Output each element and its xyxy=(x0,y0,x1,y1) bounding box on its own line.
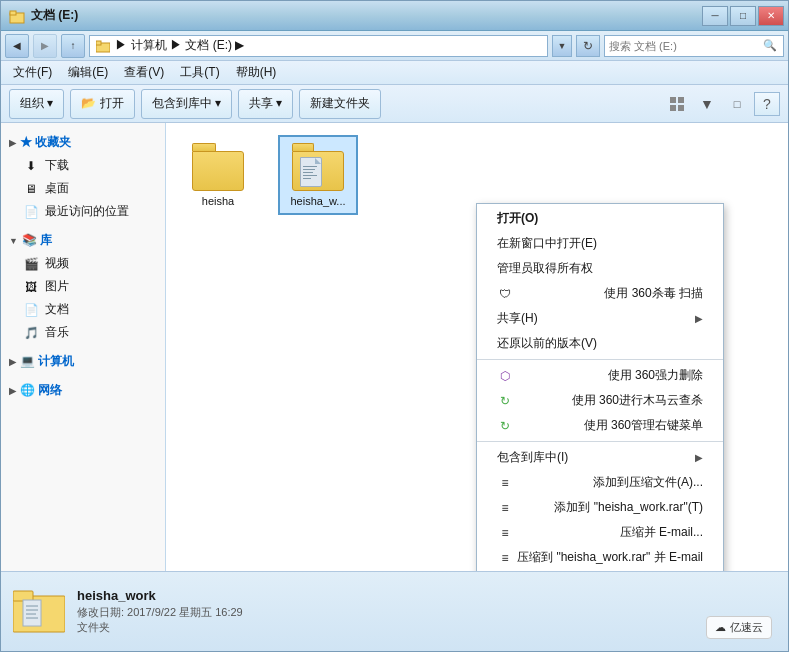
ctx-open-new-window[interactable]: 在新窗口中打开(E) xyxy=(477,231,723,256)
right-menu-icon: ↻ xyxy=(497,418,513,434)
refresh-button[interactable]: ↻ xyxy=(576,35,600,57)
library-header[interactable]: ▼ 📚 库 xyxy=(1,229,165,252)
menu-file[interactable]: 文件(F) xyxy=(5,62,60,84)
search-button[interactable]: 🔍 xyxy=(761,37,779,55)
ctx-right-menu-360[interactable]: ↻ 使用 360管理右键菜单 xyxy=(477,413,723,438)
search-box: 🔍 xyxy=(604,35,784,57)
sidebar-item-picture[interactable]: 🖼 图片 xyxy=(1,275,165,298)
computer-section: ▶ 💻 计算机 xyxy=(1,350,165,373)
ctx-open[interactable]: 打开(O) xyxy=(477,206,723,231)
status-name: heisha_work xyxy=(77,588,776,603)
ctx-separator-1 xyxy=(477,359,723,360)
status-detail: 修改日期: 2017/9/22 星期五 16:29 xyxy=(77,605,776,620)
menu-help[interactable]: 帮助(H) xyxy=(228,62,285,84)
minimize-button[interactable]: ─ xyxy=(702,6,728,26)
ctx-admin-access[interactable]: 管理员取得所有权 xyxy=(477,256,723,281)
favorites-label: ★ 收藏夹 xyxy=(20,134,71,151)
ctx-scan-360[interactable]: 🛡 使用 360杀毒 扫描 xyxy=(477,281,723,306)
desktop-icon: 🖥 xyxy=(23,181,39,197)
share-button[interactable]: 共享 ▾ xyxy=(238,89,293,119)
force-delete-icon: ⬡ xyxy=(497,368,513,384)
toolbar-right: ▼ □ ? xyxy=(664,92,780,116)
recent-icon: 📄 xyxy=(23,204,39,220)
svg-rect-5 xyxy=(678,97,684,103)
ctx-add-compress-label: 添加到压缩文件(A)... xyxy=(593,474,703,491)
ctx-open-content: 打开(O) xyxy=(497,210,538,227)
ctx-share[interactable]: 共享(H) ▶ xyxy=(477,306,723,331)
window-title: 文档 (E:) xyxy=(31,7,78,24)
ctx-trojan-360[interactable]: ↻ 使用 360进行木马云查杀 xyxy=(477,388,723,413)
view-dropdown-button[interactable]: ▼ xyxy=(694,92,720,116)
ctx-include-lib-label: 包含到库中(I) xyxy=(497,449,568,466)
sidebar-label-download: 下载 xyxy=(45,157,69,174)
network-label: 🌐 网络 xyxy=(20,382,62,399)
sidebar-item-desktop[interactable]: 🖥 桌面 xyxy=(1,177,165,200)
main-area: ▶ ★ 收藏夹 ⬇ 下载 🖥 桌面 📄 最近访问的位置 ▼ xyxy=(1,123,788,571)
picture-icon: 🖼 xyxy=(23,279,39,295)
menu-edit[interactable]: 编辑(E) xyxy=(60,62,116,84)
ctx-add-rar[interactable]: ≡ 添加到 "heisha_work.rar"(T) xyxy=(477,495,723,520)
address-bar: ◀ ▶ ↑ ▶ 计算机 ▶ 文档 (E:) ▶ ▼ ↻ 🔍 xyxy=(1,31,788,61)
svg-rect-4 xyxy=(670,97,676,103)
back-button[interactable]: ◀ xyxy=(5,34,29,58)
sidebar-item-download[interactable]: ⬇ 下载 xyxy=(1,154,165,177)
window-icon xyxy=(9,8,25,24)
sidebar-item-document[interactable]: 📄 文档 xyxy=(1,298,165,321)
status-info: heisha_work 修改日期: 2017/9/22 星期五 16:29 文件… xyxy=(77,588,776,635)
compress-icon-2: ≡ xyxy=(497,500,513,516)
sidebar-label-desktop: 桌面 xyxy=(45,180,69,197)
compress-icon-4: ≡ xyxy=(497,550,513,566)
ctx-admin-content: 管理员取得所有权 xyxy=(497,260,593,277)
close-button[interactable]: ✕ xyxy=(758,6,784,26)
ctx-compress-rar-email[interactable]: ≡ 压缩到 "heisha_work.rar" 并 E-mail xyxy=(477,545,723,570)
ctx-include-lib-arrow: ▶ xyxy=(695,452,703,463)
sidebar-label-recent: 最近访问的位置 xyxy=(45,203,129,220)
favorites-section: ▶ ★ 收藏夹 ⬇ 下载 🖥 桌面 📄 最近访问的位置 xyxy=(1,131,165,223)
sidebar-item-music[interactable]: 🎵 音乐 xyxy=(1,321,165,344)
ctx-open-new-window-content: 在新窗口中打开(E) xyxy=(497,235,597,252)
ctx-add-compress[interactable]: ≡ 添加到压缩文件(A)... xyxy=(477,470,723,495)
new-folder-button[interactable]: 新建文件夹 xyxy=(299,89,381,119)
view-toggle-button[interactable] xyxy=(664,92,690,116)
document-icon: 📄 xyxy=(23,302,39,318)
address-text: ▶ 计算机 ▶ 文档 (E:) ▶ xyxy=(96,37,244,54)
organize-button[interactable]: 组织 ▾ xyxy=(9,89,64,119)
svg-rect-3 xyxy=(96,41,101,45)
favorites-header[interactable]: ▶ ★ 收藏夹 xyxy=(1,131,165,154)
svg-rect-10 xyxy=(23,600,41,626)
forward-button[interactable]: ▶ xyxy=(33,34,57,58)
menu-view[interactable]: 查看(V) xyxy=(116,62,172,84)
network-header[interactable]: ▶ 🌐 网络 xyxy=(1,379,165,402)
ctx-scan-label: 使用 360杀毒 扫描 xyxy=(604,285,703,302)
address-input[interactable]: ▶ 计算机 ▶ 文档 (E:) ▶ xyxy=(89,35,548,57)
maximize-button[interactable]: □ xyxy=(730,6,756,26)
svg-rect-7 xyxy=(678,105,684,111)
file-label-heisha: heisha xyxy=(202,195,234,207)
status-bar: heisha_work 修改日期: 2017/9/22 星期五 16:29 文件… xyxy=(1,571,788,651)
ctx-restore[interactable]: 还原以前的版本(V) xyxy=(477,331,723,356)
ctx-compress-email[interactable]: ≡ 压缩并 E-mail... xyxy=(477,520,723,545)
address-dropdown-button[interactable]: ▼ xyxy=(552,35,572,57)
watermark: ☁ 亿速云 xyxy=(706,616,772,639)
trojan-icon: ↻ xyxy=(497,393,513,409)
open-button[interactable]: 📂 打开 xyxy=(70,89,134,119)
include-lib-button[interactable]: 包含到库中 ▾ xyxy=(141,89,232,119)
context-menu: 打开(O) 在新窗口中打开(E) 管理员取得所有权 🛡 使用 360杀毒 扫描 … xyxy=(476,203,724,571)
sidebar-item-video[interactable]: 🎬 视频 xyxy=(1,252,165,275)
computer-header[interactable]: ▶ 💻 计算机 xyxy=(1,350,165,373)
file-item-heisha[interactable]: heisha xyxy=(178,135,258,215)
ctx-include-lib[interactable]: 包含到库中(I) ▶ xyxy=(477,445,723,470)
ctx-force-delete-360[interactable]: ⬡ 使用 360强力删除 xyxy=(477,363,723,388)
help-button[interactable]: ? xyxy=(754,92,780,116)
file-item-heisha-work[interactable]: heisha_w... xyxy=(278,135,358,215)
ctx-share-label: 共享(H) xyxy=(497,310,538,327)
ctx-add-rar-label: 添加到 "heisha_work.rar"(T) xyxy=(554,499,703,516)
search-input[interactable] xyxy=(609,40,761,52)
watermark-icon: ☁ xyxy=(715,621,726,634)
preview-pane-button[interactable]: □ xyxy=(724,92,750,116)
library-section: ▼ 📚 库 🎬 视频 🖼 图片 📄 文档 🎵 音乐 xyxy=(1,229,165,344)
menu-tools[interactable]: 工具(T) xyxy=(172,62,227,84)
sidebar-item-recent[interactable]: 📄 最近访问的位置 xyxy=(1,200,165,223)
up-button[interactable]: ↑ xyxy=(61,34,85,58)
ctx-compress-email-label: 压缩并 E-mail... xyxy=(620,524,703,541)
